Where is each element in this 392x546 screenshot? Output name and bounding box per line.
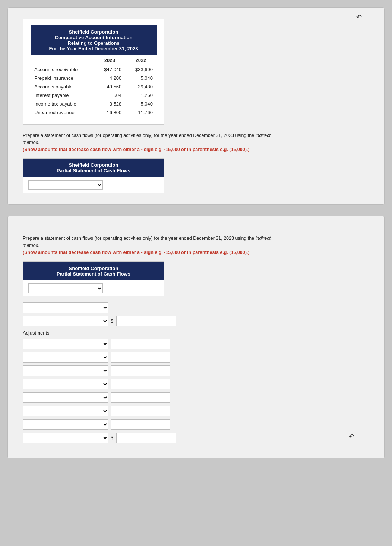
bottom-partial-dropdown-row <box>23 280 164 296</box>
total-input[interactable] <box>116 433 176 443</box>
adj-select-2[interactable] <box>23 352 108 363</box>
row-val-2023: 3,528 <box>94 100 125 108</box>
adj-input-1[interactable] <box>111 339 170 349</box>
form-input-1[interactable] <box>116 316 176 326</box>
adj-row-1 <box>23 339 369 349</box>
table-row: Accounts receivable $47,040 $33,600 <box>31 65 157 74</box>
account-table: 2023 2022 Accounts receivable $47,040 $3… <box>31 55 157 117</box>
instruction-text: Prepare a statement of cash flows (for o… <box>23 132 276 153</box>
adj-row-4 <box>23 379 369 389</box>
adj-row-7 <box>23 419 369 430</box>
top-partial-dropdown-row <box>23 177 164 193</box>
adj-input-5[interactable] <box>111 392 170 403</box>
adj-rows <box>23 339 369 430</box>
adj-row-2 <box>23 352 369 363</box>
adj-input-6[interactable] <box>111 406 170 416</box>
cursor-icon: ↶ <box>356 13 362 21</box>
table-row: Accounts payable 49,560 39,480 <box>31 82 157 91</box>
row-val-2023: 49,560 <box>94 82 125 91</box>
total-row: $ <box>23 433 369 443</box>
top-partial-header: Sheffield Corporation Partial Statement … <box>23 159 164 177</box>
row-val-2022: 5,040 <box>125 74 157 82</box>
col-header-2023: 2023 <box>94 55 125 65</box>
dollar-label-total: $ <box>111 435 113 440</box>
bottom-partial-statement-box: Sheffield Corporation Partial Statement … <box>23 261 164 296</box>
form-row-1 <box>23 302 369 313</box>
table-row: Income tax payable 3,528 5,040 <box>31 100 157 108</box>
row-val-2022: 1,260 <box>125 91 157 100</box>
top-partial-dropdown[interactable] <box>28 180 103 190</box>
form-section: $ Adjustments: <box>23 302 369 443</box>
row-label: Interest payable <box>31 91 94 100</box>
table-header: Sheffield Corporation Comparative Accoun… <box>31 25 157 55</box>
adjustments-label: Adjustments: <box>23 330 369 336</box>
adj-select-7[interactable] <box>23 419 108 430</box>
adj-select-5[interactable] <box>23 392 108 403</box>
page-wrapper: ↶ Sheffield Corporation Comparative Acco… <box>0 0 392 466</box>
row-val-2022: 11,760 <box>125 108 157 117</box>
adj-select-6[interactable] <box>23 406 108 416</box>
adj-input-4[interactable] <box>111 379 170 389</box>
top-partial-title-line1: Sheffield Corporation <box>28 162 159 168</box>
bottom-partial-title-line1: Sheffield Corporation <box>28 266 159 271</box>
top-card: ↶ Sheffield Corporation Comparative Acco… <box>7 7 385 205</box>
row-label: Accounts receivable <box>31 65 94 74</box>
table-header-line4: For the Year Ended December 31, 2023 <box>36 46 151 51</box>
row-label: Prepaid insurance <box>31 74 94 82</box>
row-val-2022: 5,040 <box>125 100 157 108</box>
dollar-label-1: $ <box>111 318 113 324</box>
instruction-highlight: (Show amounts that decrease cash flow wi… <box>23 147 250 152</box>
bottom-partial-dropdown[interactable] <box>28 283 103 293</box>
bottom-card: Prepare a statement of cash flows (for o… <box>7 216 385 458</box>
bottom-instruction-main: Prepare a statement of cash flows (for o… <box>23 236 256 241</box>
row-val-2022: $33,600 <box>125 65 157 74</box>
table-header-line3: Relating to Operations <box>36 40 151 46</box>
adj-select-3[interactable] <box>23 365 108 376</box>
account-table-container: Sheffield Corporation Comparative Accoun… <box>23 19 164 125</box>
row-val-2023: $47,040 <box>94 65 125 74</box>
form-row-2: $ <box>23 316 369 326</box>
adj-row-6 <box>23 406 369 416</box>
bottom-cursor-icon: ↶ <box>349 433 354 441</box>
table-row: Prepaid insurance 4,200 5,040 <box>31 74 157 82</box>
adj-row-3 <box>23 365 369 376</box>
table-row: Unearned revenue 16,800 11,760 <box>31 108 157 117</box>
bottom-partial-title-line2: Partial Statement of Cash Flows <box>28 271 159 277</box>
table-header-line1: Sheffield Corporation <box>36 29 151 35</box>
bottom-partial-header: Sheffield Corporation Partial Statement … <box>23 262 164 280</box>
form-select-1[interactable] <box>23 302 108 313</box>
row-label: Accounts payable <box>31 82 94 91</box>
instruction-main: Prepare a statement of cash flows (for o… <box>23 133 256 138</box>
top-partial-title-line2: Partial Statement of Cash Flows <box>28 168 159 173</box>
row-val-2022: 39,480 <box>125 82 157 91</box>
bottom-instruction-text: Prepare a statement of cash flows (for o… <box>23 235 276 256</box>
row-val-2023: 504 <box>94 91 125 100</box>
top-partial-statement-box: Sheffield Corporation Partial Statement … <box>23 158 164 193</box>
adj-select-4[interactable] <box>23 379 108 389</box>
adj-select-1[interactable] <box>23 339 108 349</box>
form-select-2[interactable] <box>23 316 108 326</box>
total-select[interactable] <box>23 433 108 443</box>
row-val-2023: 4,200 <box>94 74 125 82</box>
col-header-label <box>31 55 94 65</box>
adj-input-2[interactable] <box>111 352 170 363</box>
table-row: Interest payable 504 1,260 <box>31 91 157 100</box>
col-header-2022: 2022 <box>125 55 157 65</box>
row-val-2023: 16,800 <box>94 108 125 117</box>
row-label: Unearned revenue <box>31 108 94 117</box>
adj-input-3[interactable] <box>111 365 170 376</box>
bottom-instruction-highlight: (Show amounts that decrease cash flow wi… <box>23 250 250 255</box>
table-header-line2: Comparative Account Information <box>36 35 151 40</box>
adj-row-5 <box>23 392 369 403</box>
adj-input-7[interactable] <box>111 419 170 430</box>
row-label: Income tax payable <box>31 100 94 108</box>
